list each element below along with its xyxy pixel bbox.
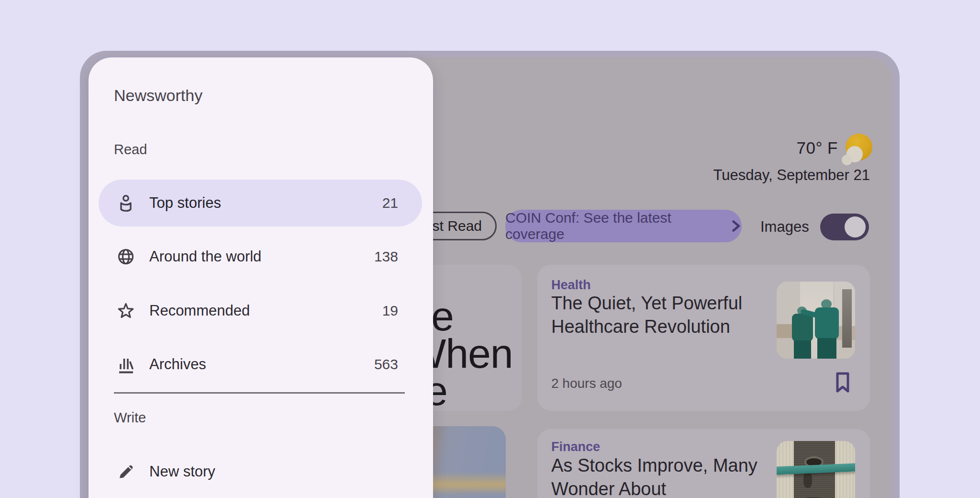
article-image-healthcare bbox=[777, 282, 855, 359]
sidebar-item-count: 563 bbox=[374, 356, 398, 373]
sidebar-item-count: 21 bbox=[382, 195, 398, 211]
sidebar-item-label: Around the world bbox=[149, 248, 261, 265]
weather-widget: 70° F bbox=[796, 133, 872, 163]
scrub-top bbox=[815, 307, 839, 339]
chevron-right-icon bbox=[730, 220, 742, 232]
sidebar-item-label: Recommended bbox=[149, 302, 250, 319]
bar-chart-icon bbox=[116, 355, 135, 374]
date-label: Tuesday, September 21 bbox=[713, 167, 870, 183]
section-label-read: Read bbox=[114, 142, 147, 158]
screen: { "app": { "title": "Newsworthy" }, "dra… bbox=[0, 0, 980, 498]
app-title: Newsworthy bbox=[114, 86, 202, 105]
coin-conf-chip[interactable]: COIN Conf: See the latest coverage bbox=[505, 210, 742, 242]
sidebar-item-new-story[interactable]: New story bbox=[99, 448, 422, 495]
navigation-drawer: Newsworthy Read Top stories 21 Around th… bbox=[89, 57, 433, 498]
scrub-pants bbox=[817, 338, 836, 359]
sidebar-item-label: Top stories bbox=[149, 194, 221, 212]
sidebar-item-label: New story bbox=[149, 463, 215, 480]
pencil-icon bbox=[116, 462, 135, 481]
temperature-label: 70° F bbox=[796, 138, 838, 158]
images-toggle-thumb bbox=[845, 216, 866, 238]
article-image-finance bbox=[777, 441, 855, 498]
sidebar-item-archives[interactable]: Archives 563 bbox=[99, 341, 422, 388]
top-stories-icon bbox=[116, 193, 135, 213]
globe-icon bbox=[116, 247, 135, 266]
star-icon bbox=[116, 301, 135, 320]
date-row: Tuesday, September 21 bbox=[713, 167, 870, 184]
article-card-finance[interactable]: Finance As Stocks Improve, Many Wonder A… bbox=[537, 429, 870, 498]
article-timestamp: 2 hours ago bbox=[551, 376, 622, 391]
sidebar-item-recommended[interactable]: Recommended 19 bbox=[99, 287, 422, 334]
nurse-figure-right bbox=[815, 299, 839, 359]
section-label-write: Write bbox=[114, 410, 146, 426]
sidebar-item-count: 138 bbox=[374, 249, 398, 265]
article-category: Finance bbox=[551, 440, 600, 454]
article-title: The Quiet, Yet Powerful Healthcare Revol… bbox=[551, 292, 776, 339]
images-toggle[interactable] bbox=[820, 214, 869, 240]
cloud-circle-small bbox=[842, 155, 852, 165]
sidebar-item-count: 19 bbox=[382, 303, 398, 319]
corridor-door bbox=[842, 289, 852, 348]
sidebar-item-label: Archives bbox=[149, 356, 206, 373]
bookmark-outline bbox=[835, 372, 850, 393]
coin-conf-chip-label: COIN Conf: See the latest coverage bbox=[505, 210, 722, 242]
scrub-pants bbox=[794, 340, 811, 359]
drawer-divider bbox=[114, 392, 405, 394]
most-read-chip-label: st Read bbox=[433, 218, 482, 234]
bill-nose bbox=[803, 472, 812, 488]
article-category: Health bbox=[551, 278, 591, 293]
images-toggle-label: Images bbox=[760, 218, 808, 236]
article-title: As Stocks Improve, Many Wonder About bbox=[551, 454, 776, 498]
bookmark-icon[interactable] bbox=[835, 372, 850, 393]
sidebar-item-top-stories[interactable]: Top stories 21 bbox=[99, 180, 422, 226]
sidebar-item-around-the-world[interactable]: Around the world 138 bbox=[99, 233, 422, 280]
scrub-top bbox=[792, 314, 813, 341]
sun-behind-cloud-icon bbox=[844, 134, 872, 162]
article-card-health[interactable]: Health The Quiet, Yet Powerful Healthcar… bbox=[537, 265, 870, 411]
